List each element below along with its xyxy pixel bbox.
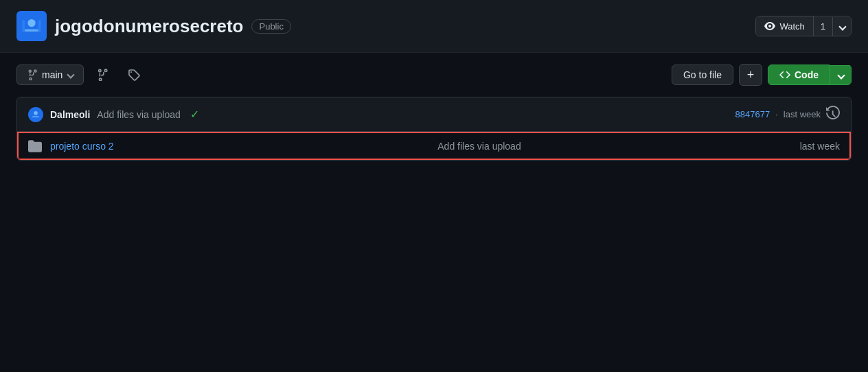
file-time: last week xyxy=(785,141,840,152)
commit-time: last week xyxy=(784,109,821,119)
add-file-button[interactable]: + xyxy=(739,64,762,86)
header-right: Watch 1 xyxy=(755,16,852,36)
watch-label: Watch xyxy=(779,21,804,32)
commit-check-icon: ✓ xyxy=(190,108,199,121)
branches-button[interactable] xyxy=(89,65,115,85)
file-commit-message: Add files via upload xyxy=(182,141,777,152)
watch-dropdown-button[interactable] xyxy=(833,17,851,36)
svg-rect-7 xyxy=(32,116,39,117)
branch-icon xyxy=(27,69,38,80)
svg-point-1 xyxy=(27,19,35,27)
code-dropdown-button[interactable] xyxy=(830,65,852,85)
commit-author-avatar xyxy=(28,107,43,122)
svg-rect-3 xyxy=(23,20,25,32)
branch-selector[interactable]: main xyxy=(16,65,84,85)
code-chevron-icon xyxy=(837,71,845,79)
history-icon[interactable] xyxy=(826,106,840,123)
tags-button[interactable] xyxy=(121,65,147,85)
repo-name: jogodonumerosecreto xyxy=(55,16,243,37)
watch-button[interactable]: Watch xyxy=(756,16,813,36)
header-left: jogodonumerosecreto Public xyxy=(16,11,291,41)
svg-point-6 xyxy=(34,111,38,115)
goto-file-button[interactable]: Go to file xyxy=(672,65,733,85)
branch-chevron-icon xyxy=(67,71,75,78)
repo-avatar xyxy=(16,11,47,41)
commit-author[interactable]: Dalmeoli xyxy=(50,109,90,120)
file-table: Dalmeoli Add files via upload ✓ 8847677 … xyxy=(16,97,852,161)
commit-header: Dalmeoli Add files via upload ✓ 8847677 … xyxy=(17,97,851,132)
tag-icon xyxy=(128,69,140,81)
commit-separator: · xyxy=(775,109,778,119)
watch-count[interactable]: 1 xyxy=(814,17,833,36)
toolbar: main Go to file + Code xyxy=(0,53,868,97)
commit-header-left: Dalmeoli Add files via upload ✓ xyxy=(28,107,199,122)
code-icon xyxy=(779,69,790,80)
branch-name: main xyxy=(42,69,62,80)
table-row[interactable]: projeto curso 2 Add files via upload las… xyxy=(17,132,851,160)
svg-rect-4 xyxy=(38,20,41,32)
header: jogodonumerosecreto Public Watch 1 xyxy=(0,0,868,53)
code-label: Code xyxy=(795,69,819,80)
code-button-group: Code xyxy=(768,65,852,85)
code-button[interactable]: Code xyxy=(768,65,830,85)
chevron-down-icon xyxy=(838,23,846,30)
watch-button-group: Watch 1 xyxy=(755,16,852,36)
eye-icon xyxy=(764,21,775,32)
folder-icon xyxy=(28,139,42,153)
commit-message: Add files via upload xyxy=(97,109,180,120)
svg-rect-2 xyxy=(25,30,38,32)
commit-header-right: 8847677 · last week xyxy=(735,106,840,123)
commit-hash[interactable]: 8847677 xyxy=(735,109,770,119)
file-name[interactable]: projeto curso 2 xyxy=(50,141,174,152)
visibility-badge: Public xyxy=(251,19,290,34)
branches-icon xyxy=(96,69,108,81)
